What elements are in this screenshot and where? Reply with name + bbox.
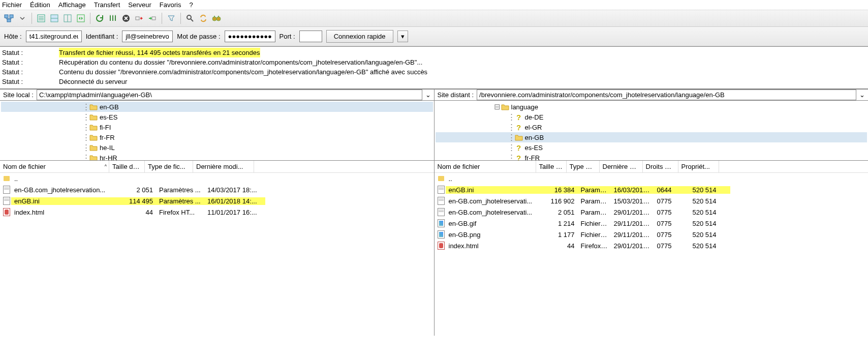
menu-transfer[interactable]: Transfert: [94, 1, 120, 9]
list-item[interactable]: index.html44Firefox HT...11/01/2017 16:.…: [0, 206, 434, 218]
menu-help[interactable]: ?: [189, 1, 193, 9]
tree-item[interactable]: ⋮?de-DE: [436, 112, 867, 122]
cell-name: index.html: [446, 242, 547, 250]
toggle-local-tree-icon[interactable]: [48, 12, 60, 24]
tree-label: el-GR: [525, 124, 542, 131]
log-label: Statut :: [2, 67, 59, 77]
menu-view[interactable]: Affichage: [58, 1, 86, 9]
remote-path-input[interactable]: [477, 90, 856, 100]
list-item[interactable]: enGB.ini114 495Paramètres ...16/01/2018 …: [0, 195, 434, 206]
file-icon: [438, 186, 445, 194]
log-row: Statut :Transfert de fichier réussi, 114…: [2, 48, 866, 57]
dropdown-icon[interactable]: ⌄: [856, 91, 868, 99]
col-type[interactable]: Type de ...: [567, 161, 600, 172]
quickconnect-button[interactable]: Connexion rapide: [326, 30, 393, 43]
pass-input[interactable]: [225, 31, 275, 42]
quickconnect-dropdown-icon[interactable]: ▾: [397, 31, 408, 42]
unknown-folder-icon: ?: [515, 113, 523, 121]
cell-type: Paramètr...: [578, 209, 611, 216]
tree-item[interactable]: ⋮es-ES: [1, 112, 433, 122]
parent-dir-row[interactable]: ..: [0, 173, 434, 184]
toggle-log-icon[interactable]: [35, 12, 47, 24]
menu-file[interactable]: Fichier: [2, 1, 22, 9]
col-size[interactable]: Taille de ...: [109, 161, 145, 172]
log-row: Statut :Déconnecté du serveur: [2, 77, 866, 86]
tree-item[interactable]: ⋮fr-FR: [1, 132, 433, 142]
col-date[interactable]: Dernière m...: [600, 161, 643, 172]
folder-icon: [89, 134, 98, 141]
port-input[interactable]: [299, 31, 322, 42]
host-input[interactable]: [26, 31, 82, 42]
list-item[interactable]: enGB.ini16 384Paramètr...16/03/2019...06…: [435, 184, 869, 195]
toggle-queue-icon[interactable]: [75, 12, 87, 24]
col-size[interactable]: Taille d...: [536, 161, 567, 172]
cancel-icon[interactable]: [120, 12, 132, 24]
col-date[interactable]: Dernière modi...: [193, 161, 254, 172]
sync-icon[interactable]: [197, 12, 209, 24]
col-type[interactable]: Type de fic...: [145, 161, 193, 172]
tree-item[interactable]: ⊟language: [436, 102, 867, 112]
list-item[interactable]: en-GB.com_jhotelreservati...116 902Param…: [435, 195, 869, 206]
list-item[interactable]: en-GB.png1 177Fichier P...29/11/2018...0…: [435, 229, 869, 240]
col-name[interactable]: Nom de fichier: [435, 161, 536, 172]
filter-icon[interactable]: [165, 12, 177, 24]
tree-item[interactable]: ⋮?fr-FR: [436, 153, 867, 161]
local-tree[interactable]: ⋮en-GB⋮es-ES⋮fi-FI⋮fr-FR⋮he-IL⋮hr-HR: [0, 101, 434, 161]
parent-dir-row[interactable]: ..: [435, 173, 869, 184]
local-path-input[interactable]: [37, 90, 422, 100]
tree-label: en-GB: [100, 103, 119, 111]
cell-name: en-GB.com_jhotelreservation...: [11, 186, 120, 194]
file-name: ..: [446, 175, 547, 183]
svg-rect-14: [152, 17, 156, 20]
dropdown-icon[interactable]: ⌄: [422, 91, 434, 99]
local-file-list[interactable]: ..en-GB.com_jhotelreservation...2 051Par…: [0, 173, 434, 336]
separator: [90, 13, 90, 24]
reconnect-icon[interactable]: [146, 12, 159, 24]
col-name[interactable]: Nom de fichier^: [0, 161, 109, 172]
user-input[interactable]: [122, 31, 173, 42]
remote-path-row: Site distant : ⌄: [435, 89, 869, 101]
refresh-icon[interactable]: [94, 12, 106, 24]
remote-pane: Site distant : ⌄ ⊟language⋮?de-DE⋮?el-GR…: [435, 89, 869, 336]
message-log[interactable]: Statut :Transfert de fichier réussi, 114…: [0, 46, 868, 89]
tree-item[interactable]: ⋮hr-HR: [1, 153, 433, 161]
tree-line: ⋮: [82, 134, 89, 140]
toggle-remote-tree-icon[interactable]: [61, 12, 74, 24]
site-manager-icon[interactable]: [3, 12, 15, 24]
menu-edit[interactable]: Édition: [30, 1, 50, 9]
host-label: Hôte :: [4, 33, 22, 40]
list-item[interactable]: index.html44Firefox ...29/01/2019...0775…: [435, 240, 869, 251]
cell-name: index.html: [11, 209, 120, 216]
tree-item[interactable]: ⋮en-GB: [1, 102, 433, 112]
remote-file-list[interactable]: ..enGB.ini16 384Paramètr...16/03/2019...…: [435, 173, 869, 336]
tree-label: fr-FR: [100, 134, 115, 141]
search-icon[interactable]: [184, 12, 196, 24]
menu-fav[interactable]: Favoris: [160, 1, 181, 9]
tree-item[interactable]: ⋮fi-FI: [1, 122, 433, 132]
binoculars-icon[interactable]: [210, 12, 223, 24]
tree-item[interactable]: ⋮?es-ES: [436, 142, 867, 153]
col-perm[interactable]: Droits d'...: [643, 161, 678, 172]
remote-tree[interactable]: ⊟language⋮?de-DE⋮?el-GR⋮en-GB⋮?es-ES⋮?fr…: [435, 101, 869, 161]
cell-owner: 520 514: [690, 220, 730, 227]
log-message: Récupération du contenu du dossier "/bre…: [59, 57, 422, 67]
tree-line: ⋮: [508, 155, 515, 161]
log-row: Statut :Contenu du dossier "/brevonniere…: [2, 67, 866, 77]
tree-line: ⋮: [82, 114, 89, 120]
tree-item[interactable]: ⋮en-GB: [436, 132, 867, 142]
menu-server[interactable]: Serveur: [128, 1, 151, 9]
collapse-icon[interactable]: ⊟: [494, 104, 501, 110]
list-item[interactable]: en-GB.com_jhotelreservation...2 051Param…: [0, 184, 434, 195]
tree-item[interactable]: ⋮he-IL: [1, 142, 433, 153]
disconnect-icon[interactable]: [133, 12, 145, 24]
process-queue-icon[interactable]: [107, 12, 119, 24]
remote-site-label: Site distant :: [435, 90, 477, 100]
site-manager-dropdown-icon[interactable]: [16, 12, 28, 24]
list-item[interactable]: en-GB.gif1 214Fichier GIF29/11/2018...07…: [435, 218, 869, 229]
cell-owner: 520 514: [690, 231, 730, 239]
list-item[interactable]: en-GB.com_jhotelreservati...2 051Paramèt…: [435, 206, 869, 218]
log-row: Statut :Récupération du contenu du dossi…: [2, 57, 866, 67]
tree-item[interactable]: ⋮?el-GR: [436, 122, 867, 132]
svg-point-15: [187, 15, 191, 19]
col-owner[interactable]: Propriét...: [678, 161, 719, 172]
